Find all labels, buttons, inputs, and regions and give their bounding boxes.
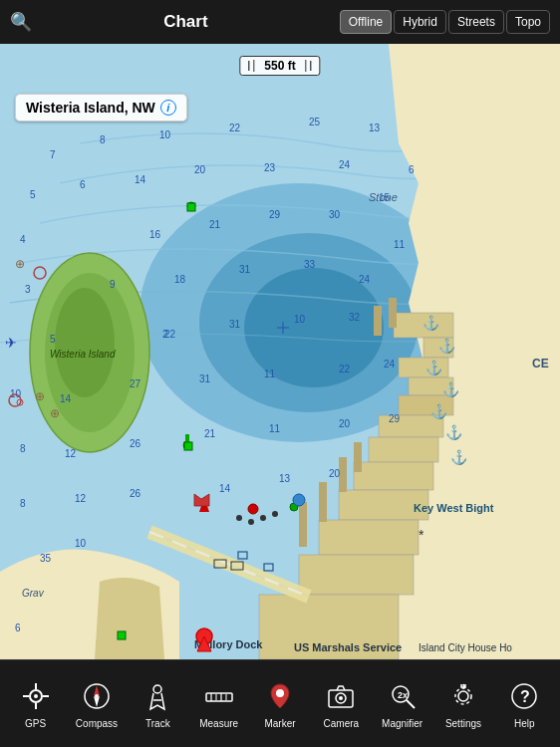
- svg-text:23: 23: [264, 162, 276, 173]
- page-title: Chart: [163, 12, 207, 32]
- svg-text:15: 15: [379, 192, 391, 203]
- svg-point-113: [272, 511, 278, 517]
- map-area[interactable]: ⚓ ⚓ ⚓ ⚓ ⚓ ⚓ ⚓ 7 8 10 22 25 13 5 6 14 20 …: [0, 44, 560, 659]
- svg-text:24: 24: [384, 359, 396, 370]
- svg-text:⚓: ⚓: [422, 315, 440, 332]
- svg-text:13: 13: [369, 123, 381, 133]
- svg-text:3: 3: [25, 284, 31, 295]
- tool-help[interactable]: ? Help: [494, 678, 555, 729]
- svg-text:21: 21: [204, 428, 216, 439]
- help-label: Help: [514, 718, 535, 729]
- svg-point-112: [260, 515, 266, 521]
- svg-text:20: 20: [339, 418, 351, 429]
- svg-text:31: 31: [239, 264, 251, 275]
- help-icon: ?: [506, 678, 542, 714]
- mode-streets[interactable]: Streets: [448, 10, 504, 34]
- svg-text:35: 35: [40, 553, 52, 564]
- svg-text:12: 12: [65, 448, 77, 459]
- magnifier-icon: 2x: [385, 678, 420, 714]
- svg-point-131: [34, 694, 38, 698]
- map-modes: Offline Hybrid Streets Topo: [340, 10, 550, 34]
- tool-camera[interactable]: Camera: [311, 678, 372, 729]
- svg-text:2x: 2x: [398, 690, 408, 700]
- svg-text:10: 10: [294, 314, 306, 325]
- marker-label: Marker: [264, 718, 295, 729]
- svg-text:18: 18: [174, 274, 186, 285]
- svg-text:6: 6: [409, 164, 415, 175]
- svg-rect-17: [389, 298, 397, 328]
- svg-text:*: *: [419, 527, 424, 543]
- svg-rect-21: [299, 502, 307, 547]
- tool-settings[interactable]: Settings: [432, 678, 493, 729]
- location-label: Wisteria Island, NW i: [15, 94, 187, 122]
- header-bar: 🔍 Chart Offline Hybrid Streets Topo: [0, 0, 560, 44]
- mode-offline[interactable]: Offline: [340, 10, 392, 34]
- svg-text:14: 14: [135, 174, 146, 185]
- svg-text:30: 30: [329, 209, 341, 220]
- measure-label: Measure: [199, 718, 238, 729]
- svg-text:⚓: ⚓: [430, 403, 448, 420]
- svg-text:⊕: ⊕: [15, 257, 25, 271]
- svg-text:⊕: ⊕: [50, 406, 60, 420]
- svg-text:24: 24: [339, 159, 351, 170]
- svg-rect-13: [319, 520, 419, 555]
- svg-text:22: 22: [339, 364, 351, 374]
- svg-text:5: 5: [30, 189, 36, 200]
- svg-point-150: [458, 691, 468, 701]
- svg-rect-18: [354, 442, 362, 472]
- gps-label: GPS: [25, 718, 46, 729]
- svg-text:13: 13: [279, 473, 291, 484]
- search-icon[interactable]: 🔍: [10, 11, 32, 33]
- svg-text:20: 20: [194, 164, 206, 175]
- svg-text:32: 32: [349, 312, 361, 323]
- svg-text:29: 29: [389, 413, 401, 424]
- svg-text:Wisteria Island: Wisteria Island: [50, 349, 116, 360]
- svg-text:Key West Bight: Key West Bight: [414, 502, 494, 514]
- svg-text:6: 6: [15, 622, 21, 633]
- tool-compass[interactable]: Compass: [66, 678, 127, 729]
- svg-text:31: 31: [199, 374, 211, 384]
- svg-text:31: 31: [229, 319, 241, 330]
- svg-text:25: 25: [309, 117, 321, 127]
- tool-magnifier[interactable]: 2x Magnifier: [372, 678, 432, 729]
- svg-point-111: [248, 519, 254, 525]
- svg-text:16: 16: [149, 229, 161, 240]
- location-text: Wisteria Island, NW: [26, 100, 155, 116]
- track-label: Track: [145, 718, 170, 729]
- svg-point-143: [276, 689, 284, 697]
- svg-rect-138: [206, 693, 232, 701]
- svg-text:5: 5: [50, 334, 56, 345]
- svg-text:⊕: ⊕: [35, 389, 45, 403]
- svg-text:✈: ✈: [5, 335, 17, 351]
- svg-text:2: 2: [162, 329, 168, 340]
- toolbar: GPS Compass Track: [0, 659, 560, 747]
- svg-text:4: 4: [20, 234, 26, 245]
- svg-text:7: 7: [50, 149, 56, 160]
- marker-icon: [262, 678, 298, 714]
- svg-rect-20: [319, 482, 327, 522]
- svg-rect-102: [184, 442, 192, 450]
- svg-text:14: 14: [60, 393, 72, 404]
- compass-label: Compass: [76, 718, 118, 729]
- svg-rect-10: [369, 437, 438, 462]
- svg-text:11: 11: [394, 239, 406, 250]
- svg-rect-19: [339, 457, 347, 492]
- info-icon[interactable]: i: [160, 100, 176, 116]
- distance-indicator: 550 ft: [239, 56, 320, 76]
- svg-text:⚓: ⚓: [445, 424, 463, 441]
- tool-marker[interactable]: Marker: [249, 678, 310, 729]
- svg-text:27: 27: [130, 378, 141, 389]
- svg-text:⚓: ⚓: [442, 381, 460, 398]
- svg-point-110: [236, 515, 242, 521]
- mode-topo[interactable]: Topo: [506, 10, 550, 34]
- tool-gps[interactable]: GPS: [5, 678, 66, 729]
- svg-point-136: [153, 685, 161, 693]
- svg-text:US Marshals Service: US Marshals Service: [294, 641, 402, 653]
- mode-hybrid[interactable]: Hybrid: [394, 10, 446, 34]
- tool-track[interactable]: Track: [128, 678, 188, 729]
- svg-text:11: 11: [269, 423, 281, 434]
- tool-measure[interactable]: Measure: [188, 678, 249, 729]
- svg-text:12: 12: [75, 493, 87, 504]
- measure-icon: [201, 678, 237, 714]
- svg-text:20: 20: [329, 468, 341, 479]
